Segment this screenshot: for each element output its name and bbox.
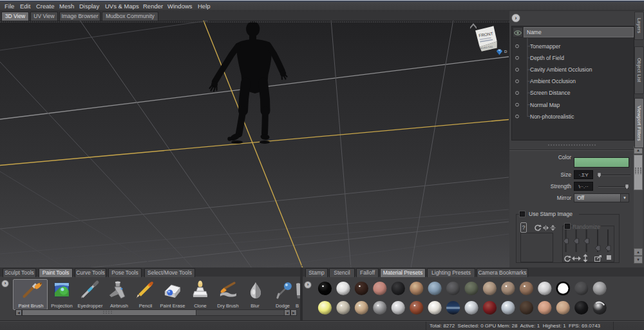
svg-text:Cavity Ambient Occlusion: Cavity Ambient Occlusion [530, 66, 592, 73]
svg-text:Tonemapper: Tonemapper [530, 43, 560, 50]
svg-text:Screen Distance: Screen Distance [530, 90, 571, 96]
svg-text:Normal Map: Normal Map [530, 102, 560, 108]
svg-text:Ambient Occlusion: Ambient Occlusion [530, 78, 576, 84]
svg-text:Depth of Field: Depth of Field [530, 55, 564, 61]
svg-text:Non-photorealistic: Non-photorealistic [530, 113, 574, 120]
